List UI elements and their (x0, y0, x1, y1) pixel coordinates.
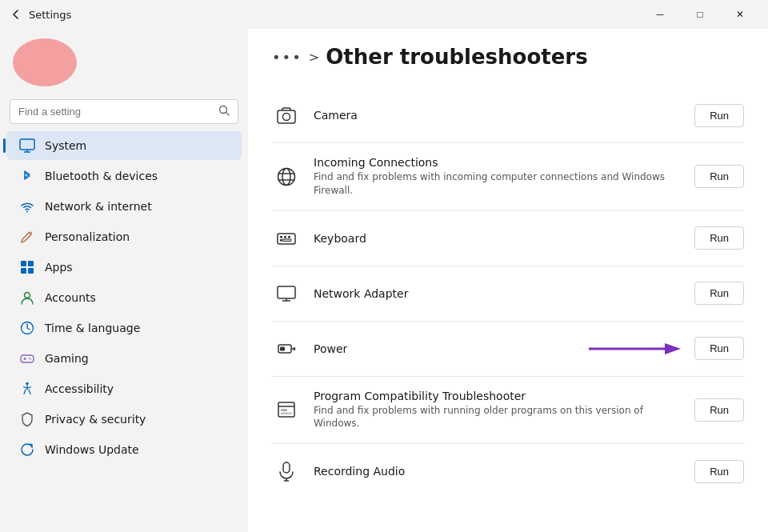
sidebar-item-accessibility[interactable]: Accessibility (6, 374, 242, 403)
program-text: Program Compatibility Troubleshooter Fin… (314, 390, 682, 431)
maximize-button[interactable]: □ (682, 3, 718, 26)
audio-text: Recording Audio (314, 465, 682, 478)
svg-rect-33 (282, 239, 291, 242)
sidebar-label-update: Windows Update (45, 443, 139, 456)
keyboard-run-button[interactable]: Run (694, 226, 744, 250)
keyboard-icon (272, 224, 301, 253)
camera-run-button[interactable]: Run (694, 104, 744, 127)
power-run-button[interactable]: Run (694, 337, 744, 360)
svg-rect-7 (28, 261, 34, 266)
audio-icon (272, 457, 301, 486)
svg-point-5 (26, 211, 28, 213)
update-icon (19, 442, 35, 458)
svg-point-16 (30, 358, 31, 360)
sidebar-item-network[interactable]: Network & internet (6, 192, 242, 221)
network-name: Network Adapter (314, 287, 682, 300)
apps-icon (19, 259, 35, 275)
avatar (13, 38, 77, 86)
accounts-icon (19, 290, 35, 306)
sidebar-label-accounts: Accounts (45, 291, 96, 304)
accessibility-icon (19, 381, 35, 397)
keyboard-name: Keyboard (314, 232, 682, 245)
program-name: Program Compatibility Troubleshooter (314, 390, 682, 402)
svg-rect-27 (284, 236, 286, 238)
wifi-icon (19, 198, 35, 214)
sidebar-item-privacy[interactable]: Privacy & security (6, 405, 242, 434)
svg-rect-48 (283, 462, 290, 473)
power-run-area: Run (589, 337, 744, 361)
search-input[interactable] (18, 106, 212, 118)
sidebar-item-gaming[interactable]: Gaming (6, 344, 242, 373)
profile-area (0, 29, 248, 96)
search-icon (218, 105, 230, 118)
svg-point-22 (282, 168, 290, 185)
incoming-run-button[interactable]: Run (694, 165, 744, 188)
program-desc: Find and fix problems with running older… (314, 404, 666, 431)
svg-rect-34 (278, 286, 295, 298)
troubleshooter-camera: Camera Run (272, 88, 744, 143)
svg-rect-9 (28, 268, 34, 274)
sidebar-item-time[interactable]: Time & language (6, 314, 242, 342)
sidebar-label-accessibility: Accessibility (45, 382, 114, 395)
keyboard-text: Keyboard (314, 232, 682, 245)
power-name: Power (314, 342, 576, 355)
troubleshooter-incoming: Incoming Connections Find and fix proble… (272, 143, 744, 211)
svg-point-20 (283, 114, 290, 121)
power-arrow-indicator (589, 337, 685, 361)
svg-rect-2 (20, 139, 34, 150)
network-run-button[interactable]: Run (694, 282, 744, 305)
troubleshooter-network: Network Adapter Run (272, 266, 744, 322)
back-icon[interactable] (10, 8, 22, 21)
breadcrumb-arrow: > (309, 50, 319, 65)
power-icon (272, 334, 301, 363)
program-icon (272, 395, 301, 424)
page-title: Other troubleshooters (326, 45, 587, 69)
sidebar-label-privacy: Privacy & security (45, 413, 146, 426)
sidebar-label-personalization: Personalization (45, 230, 130, 243)
content-area: ••• > Other troubleshooters Camera Run (248, 29, 768, 532)
title-bar-left: Settings (10, 8, 71, 21)
svg-line-1 (226, 113, 230, 116)
sidebar-label-bluetooth: Bluetooth & devices (45, 170, 158, 182)
app-title: Settings (29, 9, 71, 21)
personalization-icon (19, 229, 35, 245)
svg-rect-19 (278, 110, 295, 123)
search-box[interactable] (10, 99, 238, 124)
time-icon (19, 320, 35, 336)
troubleshooter-program: Program Compatibility Troubleshooter Fin… (272, 377, 744, 445)
camera-icon (272, 101, 301, 130)
breadcrumb-dots[interactable]: ••• (272, 49, 302, 66)
troubleshooter-keyboard: Keyboard Run (272, 211, 744, 266)
svg-point-15 (29, 358, 30, 359)
sidebar-item-accounts[interactable]: Accounts (6, 283, 242, 312)
svg-point-17 (26, 382, 29, 386)
svg-rect-28 (288, 236, 290, 238)
sidebar-item-system[interactable]: System (6, 131, 242, 160)
svg-point-21 (278, 168, 295, 185)
svg-marker-43 (665, 343, 681, 354)
sidebar-item-bluetooth[interactable]: Bluetooth & devices (6, 162, 242, 190)
audio-name: Recording Audio (314, 465, 682, 478)
sidebar-label-apps: Apps (45, 261, 73, 274)
incoming-desc: Find and fix problems with incoming comp… (314, 170, 666, 198)
program-run-button[interactable]: Run (694, 398, 744, 422)
sidebar-item-personalization[interactable]: Personalization (6, 222, 242, 251)
sidebar-label-time: Time & language (45, 322, 140, 334)
gaming-icon (19, 350, 35, 366)
purple-arrow-icon (589, 337, 685, 361)
sidebar-item-update[interactable]: Windows Update (6, 435, 242, 464)
svg-rect-46 (281, 409, 287, 411)
incoming-name: Incoming Connections (314, 156, 682, 169)
svg-rect-6 (21, 261, 26, 266)
audio-run-button[interactable]: Run (694, 460, 744, 483)
sidebar-label-system: System (45, 139, 86, 152)
network-text: Network Adapter (314, 287, 682, 300)
troubleshooter-power: Power Run (272, 322, 744, 377)
sidebar-label-network: Network & internet (45, 200, 152, 213)
svg-rect-26 (280, 236, 282, 238)
bluetooth-icon (19, 168, 35, 184)
close-button[interactable]: ✕ (722, 3, 758, 26)
sidebar-item-apps[interactable]: Apps (6, 253, 242, 282)
minimize-button[interactable]: ─ (642, 3, 678, 26)
sidebar: System Bluetooth & devices Network & int… (0, 29, 248, 532)
